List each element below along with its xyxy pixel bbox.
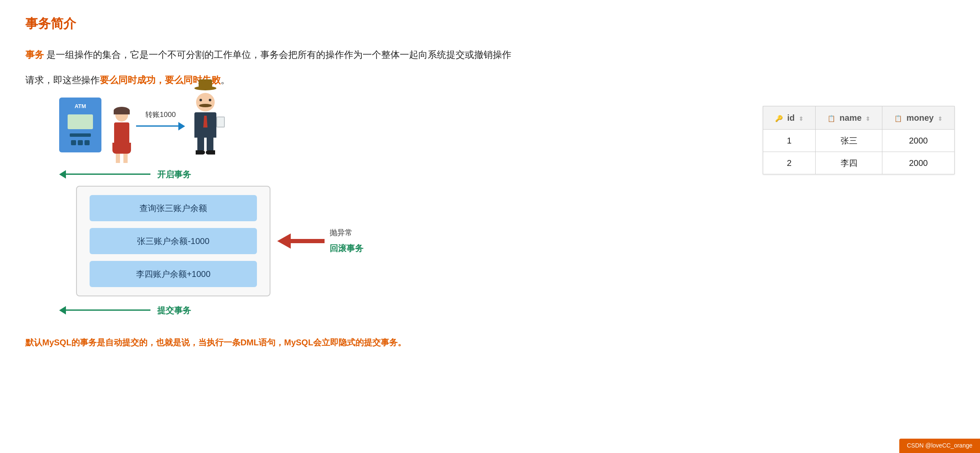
intro-highlight-success: 要么同时成功， <box>100 75 165 85</box>
rollback-section: 抛异常 回滚事务 <box>277 226 363 255</box>
td-id-1: 2 <box>763 152 816 174</box>
commit-tx-arrow <box>59 306 150 315</box>
man-figure <box>194 93 216 155</box>
man-body <box>194 112 216 138</box>
table-name-icon: 📋 <box>827 115 835 122</box>
man-mustache <box>199 104 212 107</box>
intro-text-2-suffix: 。 <box>221 75 230 85</box>
atm-slot <box>70 133 91 137</box>
key-icon: 🔑 <box>775 115 783 122</box>
female-hair <box>114 107 130 114</box>
arrow-right-head <box>178 122 185 130</box>
sort-icon-name: ⇕ <box>865 116 870 122</box>
intro-paragraph-2: 请求，即这些操作要么同时成功，要么同时失败。 <box>25 71 955 89</box>
man-leg-right <box>207 138 213 150</box>
man-tie <box>203 116 207 127</box>
commit-tx-arrow-head <box>59 306 66 315</box>
th-name: 📋 name ⇕ <box>816 106 882 129</box>
open-tx-row: 开启事务 <box>25 167 746 182</box>
atm-btn-3 <box>85 140 90 145</box>
atm-btn-2 <box>78 140 83 145</box>
op-btn-0: 查询张三账户余额 <box>90 195 257 221</box>
arrow-right-line <box>136 125 178 127</box>
th-name-label: name <box>840 113 862 122</box>
th-id: 🔑 id ⇕ <box>763 106 816 129</box>
intro-highlight-transaction: 事务 <box>25 49 44 60</box>
rollback-arrow-head <box>277 233 291 249</box>
man-legs <box>197 138 213 150</box>
th-id-label: id <box>787 113 795 122</box>
table-money-icon: 📋 <box>894 115 902 122</box>
rollback-arrow <box>277 233 325 249</box>
man-feet <box>196 150 215 155</box>
td-id-0: 1 <box>763 129 816 152</box>
td-name-1: 李四 <box>816 152 882 174</box>
ops-box: 查询张三账户余额 张三账户余额-1000 李四账户余额+1000 <box>76 186 270 296</box>
man-eye-left <box>199 99 202 101</box>
atm-label: ATM <box>74 102 86 111</box>
man-head <box>196 93 215 111</box>
td-money-0: 2000 <box>882 129 955 152</box>
commit-tx-row: 提交事务 <box>25 303 746 317</box>
intro-text-1: 是一组操作的集合，它是一个不可分割的工作单位，事务会把所有的操作作为一个整体一起… <box>44 49 511 60</box>
man-tablet <box>216 117 225 127</box>
db-table-section: 🔑 id ⇕ 📋 name ⇕ 📋 money ⇕ <box>763 106 955 174</box>
diagram-left: ATM <box>25 98 746 317</box>
th-money: 📋 money ⇕ <box>882 106 955 129</box>
rollback-labels: 抛异常 回滚事务 <box>330 226 363 255</box>
transfer-arrow-section: 转账1000 <box>136 109 185 130</box>
sort-icon-money: ⇕ <box>938 116 942 122</box>
female-head <box>115 109 128 122</box>
op-btn-1: 张三账户余额-1000 <box>90 228 257 254</box>
table-row-0: 1 张三 2000 <box>763 129 955 152</box>
td-money-1: 2000 <box>882 152 955 174</box>
footer-highlight: 默认MySQL的事务是自动提交的，也就是说，当执行一条DML语句，MySQL会立… <box>25 338 406 347</box>
diagram-container: ATM <box>25 98 955 317</box>
transfer-label: 转账1000 <box>145 109 176 121</box>
man-foot-right <box>206 150 215 155</box>
atm-group: ATM <box>59 98 131 163</box>
table-row-1: 2 李四 2000 <box>763 152 955 174</box>
commit-tx-label: 提交事务 <box>157 303 191 317</box>
female-leg-right <box>123 154 128 163</box>
female-legs <box>116 154 128 163</box>
female-body <box>114 122 129 143</box>
ops-rollback-row: 查询张三账户余额 张三账户余额-1000 李四账户余额+1000 抛异常 回滚事… <box>25 186 746 296</box>
td-name-0: 张三 <box>816 129 882 152</box>
transfer-section: ATM <box>25 98 746 163</box>
atm-machine: ATM <box>59 98 101 152</box>
sort-icon-id: ⇕ <box>799 116 803 122</box>
man-leg-left <box>197 138 204 150</box>
op-btn-2: 李四账户余额+1000 <box>90 261 257 287</box>
rollback-label: 回滚事务 <box>330 241 363 255</box>
open-tx-arrow-line <box>66 174 150 175</box>
open-tx-label: 开启事务 <box>157 167 191 182</box>
open-tx-arrow <box>59 170 150 179</box>
man-hat-top <box>199 79 212 88</box>
th-money-label: money <box>906 113 934 122</box>
arrow-right <box>136 122 185 130</box>
table-header-row: 🔑 id ⇕ 📋 name ⇕ 📋 money ⇕ <box>763 106 955 129</box>
atm-btn-1 <box>71 140 76 145</box>
man-foot-left <box>196 150 205 155</box>
man-eye-right <box>209 99 211 101</box>
rollback-arrow-line <box>291 239 325 243</box>
commit-tx-arrow-line <box>66 309 150 311</box>
footer-text: 默认MySQL的事务是自动提交的，也就是说，当执行一条DML语句，MySQL会立… <box>25 334 955 350</box>
page-title: 事务简介 <box>25 13 955 34</box>
intro-highlight-fail: 要么同时失败 <box>165 75 221 85</box>
open-tx-arrow-head <box>59 170 66 179</box>
atm-screen <box>68 114 93 129</box>
female-leg-left <box>116 154 120 163</box>
intro-paragraph-1: 事务 是一组操作的集合，它是一个不可分割的工作单位，事务会把所有的操作作为一个整… <box>25 46 955 64</box>
exception-label: 抛异常 <box>330 226 352 239</box>
female-skirt <box>112 143 131 154</box>
atm-buttons <box>71 140 90 145</box>
intro-text-2-prefix: 请求，即这些操作 <box>25 75 100 85</box>
db-table: 🔑 id ⇕ 📋 name ⇕ 📋 money ⇕ <box>763 106 955 174</box>
female-person <box>112 109 131 163</box>
